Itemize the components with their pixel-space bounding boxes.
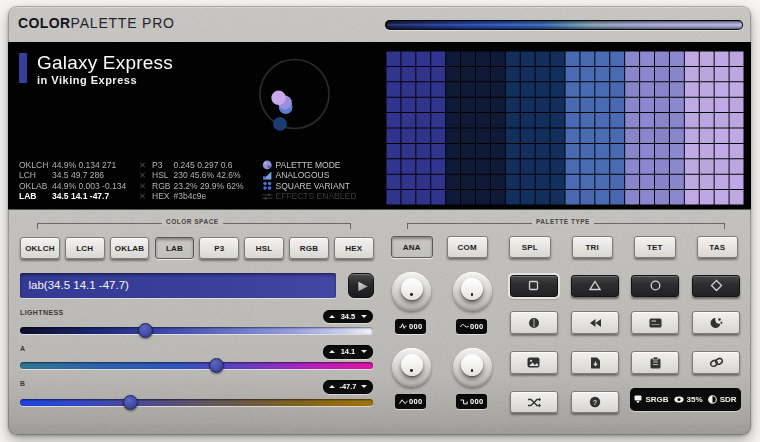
svg-text:?: ? xyxy=(593,398,598,407)
